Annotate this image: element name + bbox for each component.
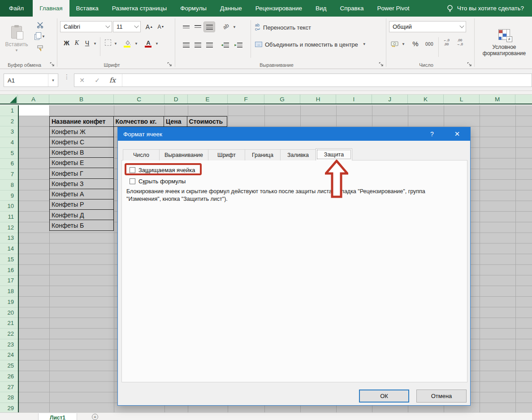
- row-header[interactable]: 26: [0, 371, 18, 382]
- number-format-combo[interactable]: Общий: [389, 21, 466, 32]
- column-header[interactable]: G: [264, 95, 300, 104]
- cancel-icon[interactable]: ✕: [74, 77, 90, 84]
- dialog-tab-number[interactable]: Число: [123, 149, 160, 160]
- table-header-row[interactable]: Название конфет Колчество кг. Цена Стоим…: [49, 116, 227, 127]
- orientation-dropdown[interactable]: ▼: [233, 26, 236, 29]
- table-header-cell[interactable]: Цена: [164, 116, 187, 127]
- align-bottom-button[interactable]: [204, 22, 215, 32]
- row-header[interactable]: 4: [0, 137, 18, 148]
- enter-icon[interactable]: ✓: [90, 77, 105, 84]
- tab-data[interactable]: Данные: [213, 0, 249, 17]
- tab-formulas[interactable]: Формулы: [173, 0, 213, 17]
- tab-review[interactable]: Рецензирование: [249, 0, 309, 17]
- font-color-button[interactable]: А: [143, 37, 153, 48]
- font-size-combo[interactable]: 11: [113, 21, 141, 32]
- underline-button[interactable]: Ч: [82, 38, 92, 48]
- clipboard-dialog-launcher[interactable]: [50, 62, 55, 67]
- column-header[interactable]: F: [228, 95, 264, 104]
- row-header[interactable]: 11: [0, 212, 18, 222]
- row-header[interactable]: 18: [0, 286, 18, 297]
- table-header-cell[interactable]: Колчество кг.: [113, 116, 164, 127]
- row-header[interactable]: 20: [0, 307, 18, 318]
- font-color-dropdown[interactable]: ▼: [155, 42, 159, 46]
- cancel-button[interactable]: Отмена: [416, 390, 467, 403]
- merge-center-button[interactable]: ↔ Объединить и поместить в центре ▼: [255, 40, 366, 49]
- column-header[interactable]: H: [300, 95, 336, 104]
- dialog-title-bar[interactable]: Формат ячеек: [118, 127, 470, 141]
- tab-page-layout[interactable]: Разметка страницы: [105, 0, 173, 17]
- fill-color-button[interactable]: [123, 37, 133, 48]
- font-name-combo[interactable]: Calibri: [60, 21, 112, 32]
- column-header[interactable]: I: [336, 95, 372, 104]
- row-header[interactable]: 1: [0, 105, 18, 116]
- dialog-tab-font[interactable]: Шрифт: [208, 149, 245, 160]
- row-header[interactable]: 6: [0, 159, 18, 169]
- row-header[interactable]: 10: [0, 201, 18, 212]
- row-header[interactable]: 28: [0, 392, 18, 403]
- format-painter-button[interactable]: [34, 43, 46, 53]
- dialog-tab-border[interactable]: Граница: [245, 149, 281, 160]
- align-left-button[interactable]: [181, 40, 191, 50]
- percent-style-button[interactable]: %: [410, 38, 421, 49]
- row-header[interactable]: 19: [0, 297, 18, 307]
- paste-button[interactable]: Вставить ▼: [4, 20, 30, 58]
- align-center-button[interactable]: [192, 40, 203, 50]
- align-right-button[interactable]: [204, 40, 215, 50]
- cut-button[interactable]: [34, 20, 46, 30]
- fill-color-dropdown[interactable]: ▼: [134, 42, 138, 46]
- align-middle-button[interactable]: [192, 22, 203, 32]
- row-header[interactable]: 7: [0, 169, 18, 180]
- underline-dropdown[interactable]: ▼: [93, 42, 97, 46]
- tell-me-search[interactable]: Что вы хотите сделать?: [457, 0, 532, 17]
- table-header-cell[interactable]: Название конфет: [49, 116, 114, 127]
- row-header[interactable]: 17: [0, 276, 18, 286]
- column-header[interactable]: L: [444, 95, 480, 104]
- column-header[interactable]: M: [480, 95, 515, 104]
- column-header[interactable]: J: [372, 95, 408, 104]
- row-header[interactable]: 23: [0, 339, 18, 350]
- align-top-button[interactable]: [181, 22, 191, 32]
- hidden-checkbox-row[interactable]: Скрыть формулы: [130, 178, 186, 185]
- row-header[interactable]: 15: [0, 254, 18, 265]
- font-dialog-launcher[interactable]: [167, 62, 173, 67]
- row-header[interactable]: 13: [0, 233, 18, 244]
- increase-decimal-button[interactable]: ←,0,00: [441, 39, 452, 46]
- row-headers[interactable]: 1234567891011121314151617181920212223242…: [0, 105, 18, 412]
- table-cell[interactable]: Конфеты Д: [49, 209, 114, 221]
- increase-indent-button[interactable]: ▸: [233, 40, 244, 50]
- row-header[interactable]: 14: [0, 243, 18, 254]
- new-sheet-button[interactable]: +: [92, 414, 98, 420]
- dialog-close-button[interactable]: ✕: [450, 127, 465, 141]
- sheet-tab[interactable]: Лист1: [38, 413, 77, 420]
- row-header[interactable]: 21: [0, 318, 18, 329]
- ok-button[interactable]: ОК: [359, 390, 409, 403]
- table-cell[interactable]: Конфеты З: [49, 178, 114, 190]
- number-dialog-launcher[interactable]: [467, 62, 472, 67]
- row-header[interactable]: 27: [0, 382, 18, 393]
- row-header[interactable]: 5: [0, 148, 18, 159]
- dialog-tab-protection[interactable]: Защита: [316, 148, 352, 160]
- tab-help[interactable]: Справка: [333, 0, 370, 17]
- select-all-corner[interactable]: [0, 95, 18, 104]
- row-header[interactable]: 25: [0, 360, 18, 371]
- name-box[interactable]: A1 ▼: [4, 74, 58, 87]
- hidden-checkbox[interactable]: [130, 178, 135, 184]
- tab-file[interactable]: Файл: [0, 0, 33, 17]
- table-header-cell[interactable]: Стоимость: [187, 116, 227, 127]
- column-header[interactable]: D: [164, 95, 188, 104]
- tab-home[interactable]: Главная: [33, 0, 69, 17]
- dialog-tab-alignment[interactable]: Выравнивание: [159, 149, 208, 160]
- name-box-dropdown[interactable]: ▼: [48, 74, 58, 87]
- active-cell-a1[interactable]: [18, 105, 49, 116]
- dialog-tab-fill[interactable]: Заливка: [280, 149, 316, 160]
- decrease-indent-button[interactable]: ◂: [219, 40, 231, 50]
- column-header[interactable]: A: [18, 95, 49, 104]
- table-cell[interactable]: Конфеты Р: [49, 199, 114, 210]
- tab-power-pivot[interactable]: Power Pivot: [370, 0, 416, 17]
- alignment-dialog-launcher[interactable]: [379, 62, 384, 67]
- copy-button[interactable]: ▼: [33, 32, 47, 42]
- row-header[interactable]: 2: [0, 116, 18, 127]
- accounting-format-button[interactable]: [389, 39, 401, 49]
- column-header[interactable]: C: [114, 95, 164, 104]
- row-header[interactable]: 22: [0, 329, 18, 339]
